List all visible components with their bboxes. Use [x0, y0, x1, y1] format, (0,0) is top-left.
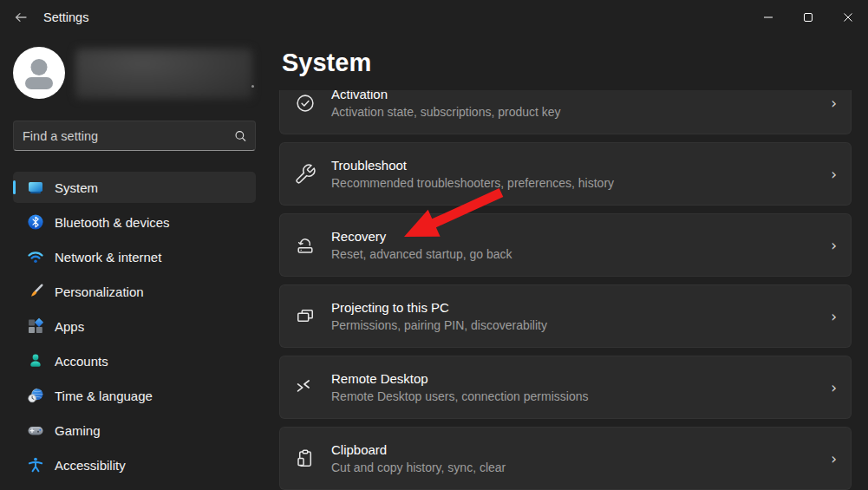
sidebar-item-gaming[interactable]: Gaming: [13, 415, 256, 446]
user-profile[interactable]: [13, 47, 65, 99]
chevron-right-icon: ›: [831, 379, 837, 396]
settings-row-troubleshoot[interactable]: Troubleshoot Recommended troubleshooters…: [279, 142, 852, 206]
sidebar-item-apps[interactable]: Apps: [13, 310, 256, 342]
settings-row-projecting[interactable]: Projecting to this PC Permissions, pairi…: [279, 284, 852, 348]
settings-window: Settings: [0, 0, 868, 490]
user-name-redacted: [75, 49, 252, 99]
settings-row-clipboard[interactable]: Clipboard Cut and copy history, sync, cl…: [279, 427, 852, 490]
person-icon: [13, 47, 65, 99]
sidebar-item-label: Accessibility: [55, 458, 126, 473]
row-subtitle: Reset, advanced startup, go back: [331, 247, 512, 262]
search-box: [13, 121, 256, 151]
minimize-icon: [764, 13, 773, 22]
recovery-icon: [294, 234, 317, 257]
search-icon: [234, 129, 247, 142]
personalization-icon: [27, 283, 44, 300]
apps-icon: [27, 317, 44, 335]
accounts-icon: [27, 352, 44, 369]
accessibility-icon: [27, 456, 44, 474]
chevron-right-icon: ›: [831, 95, 837, 112]
network-icon: [27, 248, 44, 265]
close-button[interactable]: [828, 0, 868, 35]
chevron-right-icon: ›: [831, 237, 837, 254]
sidebar-item-network-internet[interactable]: Network & internet: [13, 241, 256, 272]
sidebar-item-personalization[interactable]: Personalization: [13, 276, 256, 307]
system-icon: [27, 179, 44, 196]
row-title: Projecting to this PC: [331, 299, 547, 316]
sidebar-item-label: System: [55, 180, 98, 195]
sidebar-item-accounts[interactable]: Accounts: [13, 345, 256, 376]
sidebar-item-time-language[interactable]: Time & language: [13, 380, 256, 411]
row-title: Activation: [331, 90, 561, 102]
settings-row-activation[interactable]: Activation Activation state, subscriptio…: [279, 90, 852, 134]
back-button[interactable]: [7, 5, 35, 29]
projecting-icon: [294, 305, 317, 328]
row-title: Remote Desktop: [331, 370, 588, 387]
row-subtitle: Remote Desktop users, connection permiss…: [331, 389, 588, 404]
settings-row-remote-desktop[interactable]: Remote Desktop Remote Desktop users, con…: [279, 356, 852, 419]
row-title: Clipboard: [331, 441, 506, 458]
sidebar-item-label: Personalization: [55, 284, 144, 299]
search-input[interactable]: [14, 121, 255, 150]
maximize-button[interactable]: [788, 0, 828, 35]
remote-desktop-icon: [294, 376, 317, 399]
sidebar-item-label: Apps: [55, 319, 84, 334]
maximize-icon: [804, 13, 813, 22]
row-title: Recovery: [331, 228, 512, 245]
minimize-button[interactable]: [748, 0, 788, 35]
time-language-icon: [27, 387, 44, 404]
row-subtitle: Recommended troubleshooters, preferences…: [331, 176, 614, 191]
sidebar-item-bluetooth-devices[interactable]: Bluetooth & devices: [13, 206, 256, 238]
selected-accent-pill: [13, 180, 16, 194]
chevron-right-icon: ›: [831, 166, 837, 183]
troubleshoot-icon: [294, 163, 317, 186]
row-subtitle: Permissions, pairing PIN, discoverabilit…: [331, 318, 547, 333]
sidebar-item-label: Gaming: [55, 423, 101, 438]
redacted-text-dot: [251, 85, 254, 88]
sidebar-item-label: Bluetooth & devices: [55, 215, 170, 230]
chevron-right-icon: ›: [831, 308, 837, 325]
window-controls: [748, 0, 868, 35]
sidebar-item-label: Accounts: [55, 354, 108, 369]
sidebar-item-system[interactable]: System: [13, 172, 256, 203]
clipboard-icon: [294, 448, 317, 470]
settings-list: Activation Activation state, subscriptio…: [279, 90, 852, 490]
close-icon: [844, 13, 852, 22]
activation-icon: [294, 92, 317, 114]
sidebar-item-accessibility[interactable]: Accessibility: [13, 449, 256, 480]
settings-row-recovery[interactable]: Recovery Reset, advanced startup, go bac…: [279, 213, 852, 277]
row-subtitle: Activation state, subscriptions, product…: [331, 105, 561, 120]
row-title: Troubleshoot: [331, 157, 614, 173]
app-title: Settings: [43, 0, 88, 35]
bluetooth-icon: [27, 213, 44, 231]
row-subtitle: Cut and copy history, sync, clear: [331, 461, 506, 475]
sidebar-item-label: Time & language: [55, 389, 153, 403]
titlebar: Settings: [0, 0, 868, 35]
back-arrow-icon: [14, 10, 28, 24]
chevron-right-icon: ›: [831, 450, 837, 467]
sidebar-item-label: Network & internet: [55, 250, 161, 265]
page-title: System: [282, 49, 371, 77]
sidebar-nav: System Bluetooth & devices Network & int…: [13, 172, 256, 484]
gaming-icon: [27, 421, 44, 439]
